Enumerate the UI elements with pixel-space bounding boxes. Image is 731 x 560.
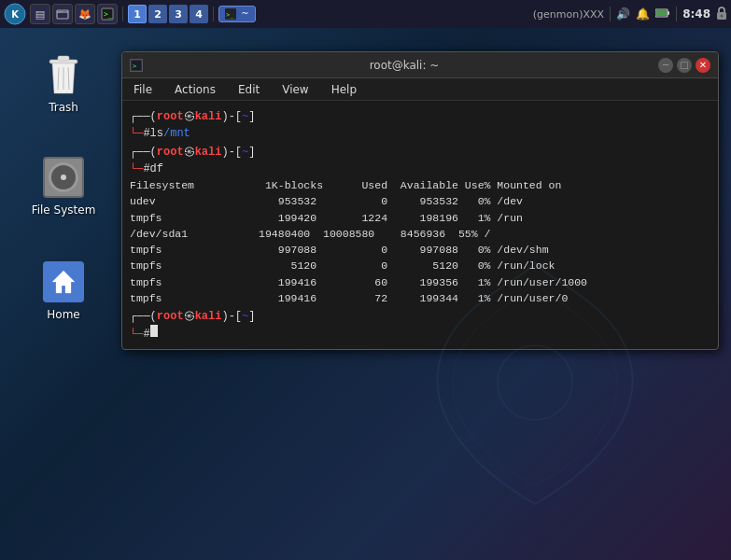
volume-icon[interactable]: 🔊 bbox=[616, 7, 630, 21]
cmd-line-1: └─ # ls /mnt bbox=[130, 125, 710, 142]
taskbar-divider-3 bbox=[610, 7, 611, 21]
lock-icon[interactable] bbox=[716, 7, 727, 22]
df-tmpfs-4: tmpfs 199416 60 199356 1% /run/user/1000 bbox=[130, 274, 710, 290]
df-tmpfs-5: tmpfs 199416 72 199344 1% /run/user/0 bbox=[130, 290, 710, 306]
taskbar-divider-4 bbox=[676, 7, 677, 21]
maximize-button[interactable]: □ bbox=[677, 58, 692, 73]
svg-rect-8 bbox=[668, 11, 669, 15]
df-tmpfs-2: tmpfs 997088 0 997088 0% /dev/shm bbox=[130, 242, 710, 258]
active-app-label: ~ bbox=[241, 8, 248, 19]
close-button[interactable]: ✕ bbox=[696, 58, 710, 73]
cmd-line-2: └─ # df bbox=[130, 161, 710, 177]
active-terminal-btn[interactable]: >_ ~ bbox=[218, 6, 256, 22]
svg-text:>: > bbox=[133, 63, 136, 70]
menu-actions[interactable]: Actions bbox=[171, 81, 219, 98]
df-tmpfs-1: tmpfs 199420 1224 198196 1% /run bbox=[130, 210, 710, 226]
taskbar-divider-1 bbox=[122, 7, 123, 21]
prompt-line-1: ┌──(root㉿kali)-[~] bbox=[130, 108, 710, 125]
cursor-blink bbox=[150, 325, 158, 337]
kali-logo-icon[interactable]: K bbox=[4, 3, 26, 25]
filesystem-desktop-icon[interactable]: File System bbox=[26, 149, 101, 222]
menu-edit[interactable]: Edit bbox=[234, 81, 263, 98]
trash-label: Trash bbox=[49, 101, 78, 114]
terminal-title-icon: > bbox=[130, 59, 143, 72]
notification-icon[interactable]: 🔔 bbox=[636, 7, 650, 21]
workspace-4[interactable]: 4 bbox=[190, 5, 208, 23]
terminal-menubar: File Actions Edit View Help bbox=[122, 78, 718, 101]
terminal-title: root@kali: ~ bbox=[150, 59, 658, 72]
trash-desktop-icon[interactable]: Trash bbox=[26, 47, 101, 119]
trash-icon bbox=[41, 52, 86, 97]
workspace-2[interactable]: 2 bbox=[148, 5, 167, 23]
prompt-line-3: ┌──(root㉿kali)-[~] bbox=[130, 308, 710, 325]
home-icon bbox=[41, 259, 86, 304]
cmd-line-final: └─ # bbox=[130, 325, 710, 343]
home-label: Home bbox=[47, 308, 79, 321]
genmon-label: (genmon)XXX bbox=[533, 8, 604, 21]
df-sda1: /dev/sda1 19480400 10008580 8456936 55% … bbox=[130, 226, 710, 242]
filesystem-label: File System bbox=[32, 203, 96, 217]
svg-text:>_: >_ bbox=[226, 11, 234, 19]
clock: 8:48 bbox=[682, 7, 710, 21]
menu-view[interactable]: View bbox=[278, 81, 312, 98]
terminal-body[interactable]: ┌──(root㉿kali)-[~] └─ # ls /mnt ┌──(root… bbox=[122, 101, 718, 349]
app-menu-button[interactable]: ▤ bbox=[30, 4, 50, 24]
svg-rect-13 bbox=[58, 56, 69, 61]
svg-text:K: K bbox=[11, 9, 20, 20]
taskbar-divider-2 bbox=[213, 7, 214, 21]
terminal-titlebar: > root@kali: ~ ─ □ ✕ bbox=[122, 52, 718, 78]
terminal-window: > root@kali: ~ ─ □ ✕ File Actions Edit V… bbox=[121, 51, 719, 350]
svg-point-19 bbox=[498, 345, 572, 420]
workspace-1[interactable]: 1 bbox=[128, 5, 147, 23]
df-header: Filesystem 1K-blocks Used Available Use%… bbox=[130, 177, 710, 193]
workspace-3[interactable]: 3 bbox=[169, 5, 188, 23]
menu-file[interactable]: File bbox=[130, 81, 156, 98]
minimize-button[interactable]: ─ bbox=[658, 58, 673, 73]
filesystem-icon bbox=[41, 155, 86, 200]
svg-point-11 bbox=[721, 14, 724, 17]
terminal-controls: ─ □ ✕ bbox=[658, 58, 710, 73]
taskbar: K ▤ 🦊 >_ 1 2 3 4 >_ ~ (genmon)XXX 🔊 🔔 8:… bbox=[0, 0, 731, 28]
battery-icon[interactable] bbox=[655, 8, 670, 21]
prompt-line-2: ┌──(root㉿kali)-[~] bbox=[130, 144, 710, 161]
svg-rect-9 bbox=[656, 10, 667, 16]
menu-help[interactable]: Help bbox=[328, 81, 360, 98]
file-manager-button[interactable] bbox=[52, 4, 73, 24]
df-tmpfs-3: tmpfs 5120 0 5120 0% /run/lock bbox=[130, 258, 710, 273]
df-udev: udev 953532 0 953532 0% /dev bbox=[130, 193, 710, 209]
browser-button[interactable]: 🦊 bbox=[75, 4, 95, 24]
svg-text:>_: >_ bbox=[104, 10, 113, 19]
home-desktop-icon[interactable]: Home bbox=[26, 254, 101, 327]
terminal-button[interactable]: >_ bbox=[97, 4, 118, 24]
